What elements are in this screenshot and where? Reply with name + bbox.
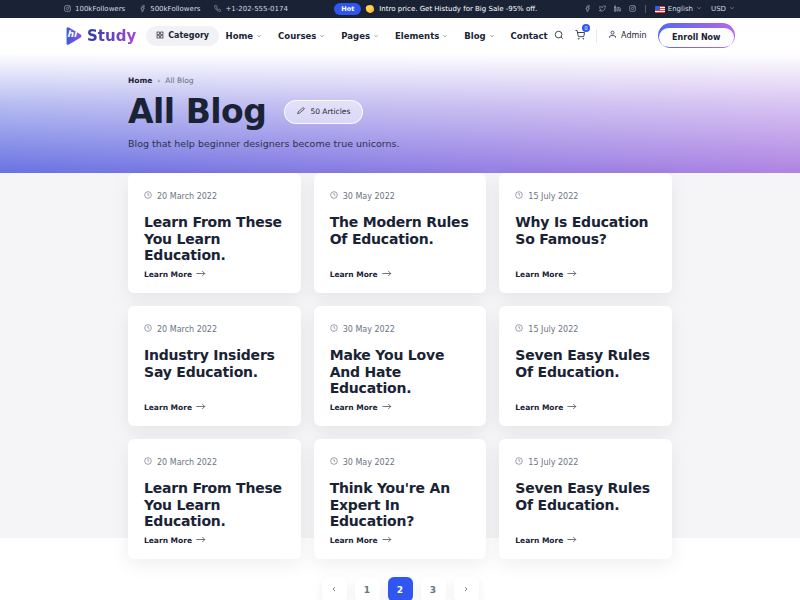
chevron-down-icon <box>442 31 448 41</box>
nav-home[interactable]: Home <box>226 31 263 41</box>
histudy-logo[interactable]: hi Study <box>62 25 136 47</box>
blog-card[interactable]: 30 May 2022 Make You Love And Hate Educa… <box>314 306 487 426</box>
main-nav: Home Courses Pages Elements Blog Contact <box>226 31 548 41</box>
enroll-label[interactable]: Enroll Now <box>659 28 733 47</box>
instagram-icon[interactable] <box>629 5 636 14</box>
user-icon <box>608 30 617 41</box>
arrow-right-icon <box>196 536 206 545</box>
phone-icon <box>214 5 221 14</box>
learn-more-label: Learn More <box>144 536 192 545</box>
phone-contact[interactable]: +1-202-555-0174 <box>214 5 287 14</box>
clock-icon <box>330 191 338 201</box>
date-text: 30 May 2022 <box>343 458 395 467</box>
learn-more-link[interactable]: Learn More <box>515 536 656 545</box>
blog-card[interactable]: 20 March 2022 Learn From These You Learn… <box>128 439 301 559</box>
arrow-right-icon <box>567 536 577 545</box>
post-date: 30 May 2022 <box>330 191 471 201</box>
pagination-page-1[interactable]: 1 <box>355 577 380 600</box>
chevron-down-icon <box>729 5 735 13</box>
arrow-right-icon <box>567 270 577 279</box>
arrow-right-icon <box>567 403 577 412</box>
learn-more-link[interactable]: Learn More <box>144 270 285 279</box>
pagination-page-2-active[interactable]: 2 <box>388 577 413 600</box>
language-select[interactable]: English <box>655 5 702 13</box>
post-title[interactable]: The Modern Rules Of Education. <box>330 214 471 247</box>
logo-play-icon: hi <box>62 25 84 47</box>
post-title[interactable]: Make You Love And Hate Education. <box>330 347 471 397</box>
blog-card[interactable]: 15 July 2022 Seven Easy Rules Of Educati… <box>499 306 672 426</box>
date-text: 15 July 2022 <box>528 192 578 201</box>
learn-more-label: Learn More <box>144 270 192 279</box>
facebook-followers[interactable]: 500kFollowers <box>139 5 200 14</box>
blog-card[interactable]: 30 May 2022 Think You're An Expert In Ed… <box>314 439 487 559</box>
nav-elements[interactable]: Elements <box>395 31 448 41</box>
blog-card[interactable]: 15 July 2022 Seven Easy Rules Of Educati… <box>499 439 672 559</box>
nav-blog[interactable]: Blog <box>464 31 494 41</box>
post-date: 30 May 2022 <box>330 324 471 334</box>
post-date: 20 March 2022 <box>144 191 285 201</box>
post-title[interactable]: Think You're An Expert In Education? <box>330 480 471 530</box>
hot-badge: Hot <box>334 3 361 15</box>
post-title[interactable]: Why Is Education So Famous? <box>515 214 656 247</box>
currency-label: USD <box>711 5 726 13</box>
post-title[interactable]: Learn From These You Learn Education. <box>144 214 285 264</box>
instagram-icon <box>64 5 71 14</box>
pagination-page-3[interactable]: 3 <box>421 577 446 600</box>
blog-card[interactable]: 20 March 2022 Learn From These You Learn… <box>128 173 301 293</box>
post-title[interactable]: Learn From These You Learn Education. <box>144 480 285 530</box>
blog-card[interactable]: 30 May 2022 The Modern Rules Of Educatio… <box>314 173 487 293</box>
grid-icon <box>156 31 164 41</box>
linkedin-icon[interactable] <box>614 5 621 14</box>
cart-button[interactable]: 0 <box>575 28 585 43</box>
account-label: Admin <box>621 31 647 40</box>
instagram-followers[interactable]: 100kFollowers <box>64 5 125 14</box>
currency-select[interactable]: USD <box>711 5 735 13</box>
nav-label: Courses <box>278 31 316 41</box>
learn-more-label: Learn More <box>515 270 563 279</box>
date-text: 30 May 2022 <box>343 325 395 334</box>
category-button[interactable]: Category <box>146 26 219 46</box>
search-button[interactable] <box>554 28 564 43</box>
learn-more-link[interactable]: Learn More <box>144 536 285 545</box>
date-text: 15 July 2022 <box>528 325 578 334</box>
learn-more-link[interactable]: Learn More <box>330 536 471 545</box>
pagination-prev-button[interactable] <box>322 577 347 600</box>
learn-more-link[interactable]: Learn More <box>515 403 656 412</box>
chevron-left-icon <box>330 585 338 595</box>
date-text: 30 May 2022 <box>343 192 395 201</box>
learn-more-link[interactable]: Learn More <box>515 270 656 279</box>
pagination-next-button[interactable] <box>454 577 479 600</box>
post-title[interactable]: Industry Insiders Say Education. <box>144 347 285 380</box>
clock-icon <box>330 324 338 334</box>
post-title[interactable]: Seven Easy Rules Of Education. <box>515 347 656 380</box>
post-title[interactable]: Seven Easy Rules Of Education. <box>515 480 656 513</box>
nav-contact[interactable]: Contact <box>511 31 548 41</box>
articles-count-label: 50 Articles <box>310 107 350 116</box>
enroll-now-button[interactable]: Enroll Now <box>658 23 735 48</box>
promo-banner: Hot Intro price. Get Histudy for Big Sal… <box>334 3 537 15</box>
header-actions: 0 Admin Enroll Now <box>554 23 735 48</box>
wave-emoji-icon <box>365 4 375 14</box>
facebook-icon[interactable] <box>584 5 591 14</box>
nav-pages[interactable]: Pages <box>341 31 379 41</box>
learn-more-link[interactable]: Learn More <box>330 403 471 412</box>
post-date: 30 May 2022 <box>330 457 471 467</box>
learn-more-label: Learn More <box>330 536 378 545</box>
learn-more-link[interactable]: Learn More <box>330 270 471 279</box>
divider <box>596 29 597 43</box>
blog-card[interactable]: 20 March 2022 Industry Insiders Say Educ… <box>128 306 301 426</box>
blog-card[interactable]: 15 July 2022 Why Is Education So Famous?… <box>499 173 672 293</box>
chevron-down-icon <box>373 31 379 41</box>
blog-grid: 20 March 2022 Learn From These You Learn… <box>128 173 672 559</box>
blog-list-section: 20 March 2022 Learn From These You Learn… <box>0 173 800 538</box>
articles-count-badge: 50 Articles <box>284 100 363 124</box>
admin-account[interactable]: Admin <box>608 30 647 41</box>
arrow-right-icon <box>196 270 206 279</box>
twitter-icon[interactable] <box>599 5 606 14</box>
topbar-right: English USD <box>584 5 735 14</box>
language-label: English <box>668 5 693 13</box>
nav-courses[interactable]: Courses <box>278 31 325 41</box>
learn-more-link[interactable]: Learn More <box>144 403 285 412</box>
breadcrumb: Home › All Blog <box>128 76 800 85</box>
breadcrumb-home-link[interactable]: Home <box>128 76 152 85</box>
